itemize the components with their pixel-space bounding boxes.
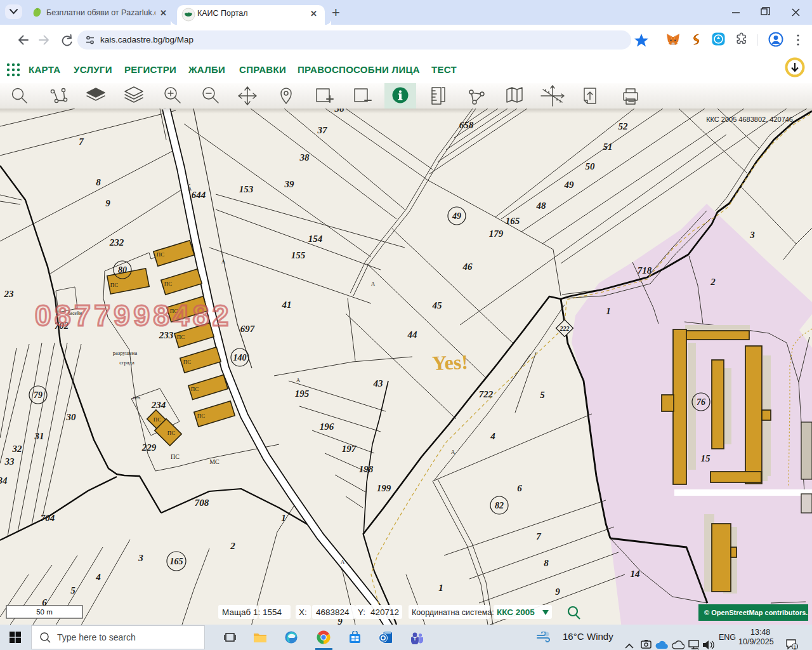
svg-text:1554: 1554 [263, 607, 282, 617]
svg-text:2: 2 [230, 541, 235, 551]
svg-text:30: 30 [66, 412, 77, 422]
svg-text:420712: 420712 [370, 607, 399, 617]
svg-text:4683824: 4683824 [316, 607, 350, 617]
svg-text:9: 9 [105, 198, 110, 208]
svg-text:Координатна система:: Координатна система: [412, 608, 494, 617]
svg-text:А: А [371, 281, 376, 287]
svg-text:МС: МС [209, 458, 219, 465]
svg-text:9: 9 [555, 587, 560, 597]
svg-text:48: 48 [536, 201, 547, 211]
svg-text:4: 4 [95, 572, 101, 582]
svg-text:1: 1 [794, 644, 797, 650]
svg-text:43: 43 [373, 378, 384, 388]
svg-text:46: 46 [462, 262, 473, 272]
svg-text:155: 155 [291, 250, 306, 260]
svg-text:А: А [341, 559, 345, 565]
svg-text:6: 6 [517, 483, 522, 493]
svg-text:34: 34 [0, 475, 8, 486]
svg-text:сграда: сграда [119, 359, 134, 366]
svg-text:3: 3 [138, 553, 143, 563]
svg-text:704: 704 [41, 513, 55, 523]
svg-text:196: 196 [320, 421, 334, 432]
svg-text:ККС 2005: ККС 2005 [497, 607, 535, 617]
svg-text:T: T [414, 636, 417, 642]
svg-text:ПС: ПС [197, 413, 206, 419]
svg-text:5: 5 [70, 585, 75, 595]
svg-text:82: 82 [495, 501, 504, 510]
svg-text:36: 36 [334, 109, 345, 114]
svg-text:718: 718 [638, 265, 652, 275]
svg-text:ПС: ПС [183, 359, 192, 365]
svg-text:32: 32 [12, 444, 23, 454]
svg-text:165: 165 [506, 216, 520, 226]
svg-text:пен.: пен. [133, 395, 141, 401]
svg-text:198: 198 [359, 464, 374, 474]
svg-text:ПС: ПС [171, 453, 180, 460]
svg-text:31: 31 [34, 431, 44, 441]
svg-text:153: 153 [239, 184, 254, 194]
svg-text:ПС: ПС [177, 334, 185, 340]
svg-text:179: 179 [489, 229, 504, 239]
svg-text:52: 52 [619, 121, 629, 131]
svg-text:X:: X: [299, 607, 307, 617]
svg-text:199: 199 [377, 483, 391, 493]
svg-text:140: 140 [233, 353, 247, 362]
svg-text:разрушена: разрушена [113, 350, 138, 356]
svg-text:80: 80 [118, 265, 127, 275]
svg-text:14: 14 [631, 569, 641, 579]
svg-text:А: А [188, 185, 192, 192]
svg-text:8: 8 [96, 177, 101, 187]
svg-text:165: 165 [170, 557, 183, 566]
svg-text:49: 49 [564, 180, 575, 190]
svg-text:45: 45 [432, 300, 443, 310]
svg-text:1: 1 [281, 513, 286, 523]
svg-text:154: 154 [308, 234, 323, 244]
svg-text:15: 15 [701, 453, 711, 463]
svg-text:197: 197 [342, 444, 357, 454]
svg-text:8: 8 [544, 558, 549, 568]
svg-text:5: 5 [540, 390, 545, 400]
svg-text:7: 7 [536, 531, 541, 541]
svg-text:ПС: ПС [164, 281, 173, 287]
svg-text:1: 1 [606, 306, 611, 316]
svg-text:76: 76 [697, 397, 705, 407]
svg-text:37: 37 [317, 125, 328, 135]
svg-text:23: 23 [4, 289, 15, 299]
svg-text:А: А [451, 449, 455, 455]
svg-text:1: 1 [438, 583, 443, 593]
svg-text:79: 79 [34, 390, 43, 400]
svg-text:ПС: ПС [167, 430, 176, 436]
svg-text:708: 708 [195, 498, 209, 508]
svg-text:33: 33 [4, 456, 15, 467]
svg-text:Мащаб 1:: Мащаб 1: [222, 607, 260, 617]
svg-text:644: 644 [192, 190, 206, 200]
svg-text:ПС: ПС [110, 282, 119, 288]
svg-text:722: 722 [479, 389, 494, 399]
svg-text:51: 51 [603, 142, 613, 152]
svg-text:44: 44 [407, 329, 418, 340]
svg-text:232: 232 [109, 237, 124, 248]
svg-text:49: 49 [452, 211, 461, 221]
svg-text:А: А [296, 377, 301, 383]
svg-text:222: 222 [560, 325, 570, 332]
svg-text:41: 41 [282, 300, 292, 310]
svg-text:195: 195 [295, 388, 310, 399]
svg-text:А: А [221, 258, 226, 265]
svg-text:38: 38 [299, 152, 310, 162]
svg-text:4: 4 [490, 431, 495, 441]
svg-text:234: 234 [151, 400, 166, 410]
svg-text:697: 697 [240, 324, 255, 334]
svg-text:Y:: Y: [358, 607, 365, 617]
svg-text:50 m: 50 m [36, 608, 53, 616]
svg-text:ПС: ПС [154, 416, 162, 423]
svg-text:2: 2 [710, 277, 716, 287]
svg-text:39: 39 [284, 179, 295, 189]
svg-text:50: 50 [586, 161, 596, 171]
svg-text:7: 7 [79, 136, 84, 147]
svg-text:ПС: ПС [191, 386, 199, 392]
svg-text:658: 658 [459, 120, 474, 130]
svg-text:229: 229 [141, 442, 157, 453]
svg-text:3: 3 [749, 230, 755, 240]
svg-text:ПС: ПС [157, 251, 165, 258]
